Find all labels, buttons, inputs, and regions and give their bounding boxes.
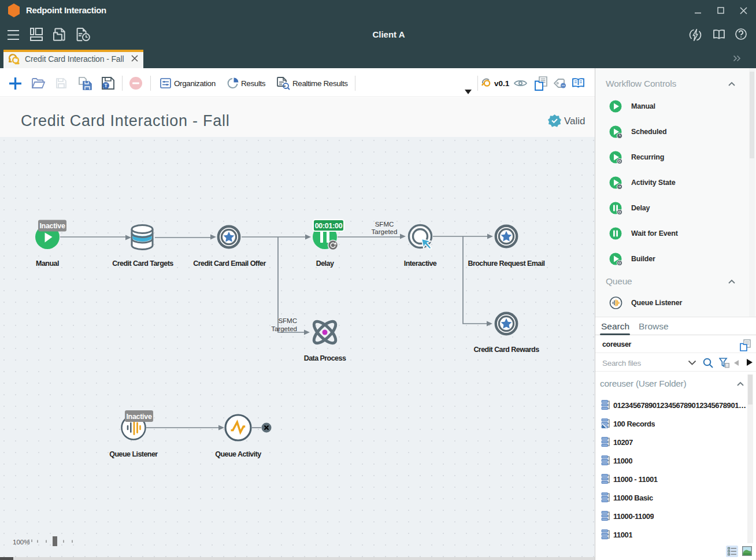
svg-text:Delay: Delay xyxy=(316,259,334,268)
svg-text:SFMC: SFMC xyxy=(278,317,297,324)
svg-text:Data Process: Data Process xyxy=(304,354,346,362)
svg-text:Inactive: Inactive xyxy=(39,222,65,230)
svg-text:Queue Activity: Queue Activity xyxy=(215,450,261,458)
svg-text:Credit Card Rewards: Credit Card Rewards xyxy=(473,346,539,354)
svg-text:SFMC: SFMC xyxy=(375,221,394,228)
svg-text:Credit Card Email Offer: Credit Card Email Offer xyxy=(193,259,266,268)
svg-text:00:01:00: 00:01:00 xyxy=(315,222,343,230)
svg-text:Targeted: Targeted xyxy=(271,325,297,332)
svg-text:Credit Card Targets: Credit Card Targets xyxy=(112,259,173,268)
svg-text:100%: 100% xyxy=(13,539,29,546)
svg-text:Targeted: Targeted xyxy=(372,228,398,235)
svg-text:Brochure Request Email: Brochure Request Email xyxy=(468,259,544,268)
svg-text:Queue Listener: Queue Listener xyxy=(109,450,158,458)
svg-text:Manual: Manual xyxy=(36,259,59,268)
svg-text:Interactive: Interactive xyxy=(404,259,437,268)
svg-text:T: T xyxy=(104,83,108,88)
svg-text:Inactive: Inactive xyxy=(126,413,151,421)
